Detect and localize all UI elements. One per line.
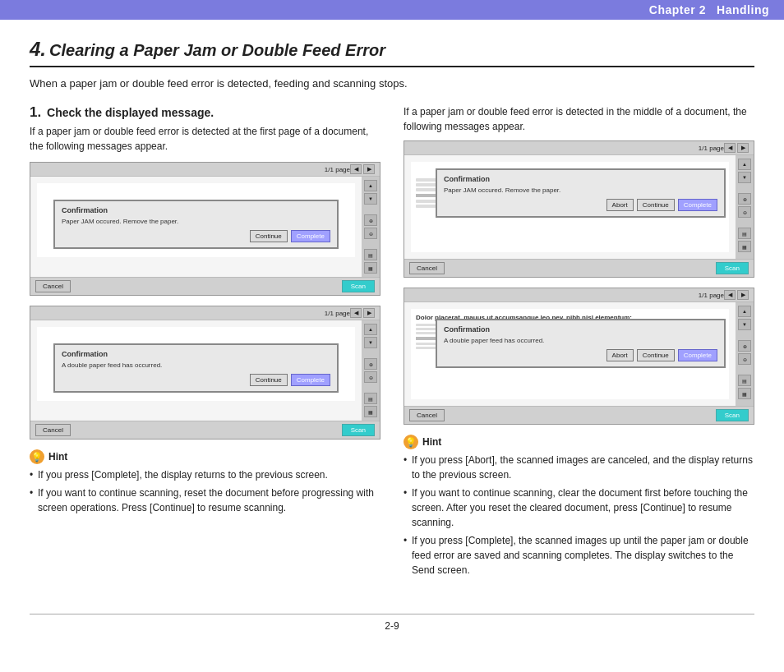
hint-item-left-2: If you want to continue scanning, reset …	[30, 486, 380, 515]
double-dialog: Confirmation A double paper feed has occ…	[53, 343, 339, 393]
panel-btn-r1a[interactable]: ▲	[738, 159, 751, 170]
scan-btn-2[interactable]: Scan	[342, 424, 375, 436]
complete-button-r2[interactable]: Complete	[678, 349, 717, 361]
title-text: Clearing a Paper Jam or Double Feed Erro…	[49, 41, 385, 59]
cancel-btn-2[interactable]: Cancel	[35, 424, 71, 436]
page-content-r1: Lorem Ipsum	[411, 162, 729, 252]
panel-btn-r2a[interactable]: ▲	[738, 306, 751, 317]
hint-list-right: If you press [Abort], the scanned images…	[404, 453, 754, 578]
screen-mockup-right-jam: 1/1 page ◀ ▶ Lorem Ipsum	[404, 140, 754, 278]
continue-button-2[interactable]: Continue	[250, 374, 288, 386]
continue-button-1[interactable]: Continue	[250, 230, 288, 242]
intro-text: When a paper jam or double feed error is…	[30, 77, 754, 90]
next-btn-r1[interactable]: ▶	[737, 143, 749, 153]
page-indicator-r1: 1/1 page	[699, 145, 724, 152]
panel-btn-1f[interactable]: ▦	[364, 262, 377, 274]
panel-btn-r1e[interactable]: ▤	[738, 228, 751, 239]
abort-button-r1[interactable]: Abort	[606, 199, 634, 211]
screen-bottom-2: Cancel Scan	[30, 421, 380, 439]
screen-bottom-1: Cancel Scan	[30, 277, 380, 295]
panel-btn-r1f[interactable]: ▦	[738, 241, 751, 252]
chapter-label: Chapter 2	[649, 3, 706, 16]
panel-btn-r1d[interactable]: ⊖	[738, 206, 751, 218]
panel-btn-2e[interactable]: ▤	[364, 393, 377, 404]
panel-btn-r2b[interactable]: ▼	[738, 319, 751, 330]
continue-button-r1[interactable]: Continue	[637, 199, 675, 211]
cancel-btn-r2[interactable]: Cancel	[409, 409, 445, 421]
cancel-btn-1[interactable]: Cancel	[35, 280, 71, 292]
panel-btn-1b[interactable]: ▼	[364, 193, 377, 205]
hint-label-right: Hint	[422, 436, 441, 448]
panel-btn-1c[interactable]: ⊕	[364, 214, 377, 226]
screen-top-bar-r2: 1/1 page ◀ ▶	[404, 288, 754, 302]
panel-btn-2b[interactable]: ▼	[364, 337, 377, 348]
dialog-title-2: Confirmation	[62, 350, 330, 358]
complete-button-2[interactable]: Complete	[291, 374, 330, 386]
panel-btn-2c[interactable]: ⊕	[364, 358, 377, 370]
panel-btn-r2e[interactable]: ▤	[738, 375, 751, 386]
panel-btn-2a[interactable]: ▲	[364, 324, 377, 335]
screen-top-bar-1: 1/1 page ◀ ▶	[30, 163, 380, 177]
next-btn-2[interactable]: ▶	[363, 308, 375, 318]
prev-btn-r2[interactable]: ◀	[724, 290, 736, 300]
step-title: Check the displayed message.	[47, 106, 214, 119]
jam-dialog-right: Confirmation Paper JAM occured. Remove t…	[436, 168, 726, 218]
hint-item-right-3: If you press [Complete], the scanned ima…	[404, 533, 754, 578]
section-title: 4.Clearing a Paper Jam or Double Feed Er…	[30, 38, 754, 67]
page-footer: 2-9	[30, 614, 754, 632]
complete-button-r1[interactable]: Complete	[678, 199, 717, 211]
dialog-buttons-r1: Abort Continue Complete	[444, 199, 717, 211]
hint-box-right: 💡 Hint If you press [Abort], the scanned…	[404, 435, 754, 578]
panel-btn-r2c[interactable]: ⊕	[738, 340, 751, 352]
page-header: Chapter 2 Handling	[0, 0, 784, 20]
panel-btn-2f[interactable]: ▦	[364, 406, 377, 417]
screen-body-2: Confirmation A double paper feed has occ…	[30, 320, 380, 421]
page-indicator-2: 1/1 page	[325, 310, 350, 317]
screen-body-1: Confirmation Paper JAM occured. Remove t…	[30, 177, 380, 277]
next-btn-r2[interactable]: ▶	[737, 290, 749, 300]
prev-btn-2[interactable]: ◀	[350, 308, 362, 318]
right-panel-1: ▲ ▼ ⊕ ⊖ ▤ ▦	[362, 177, 380, 277]
panel-btn-1a[interactable]: ▲	[364, 180, 377, 191]
panel-btn-1d[interactable]: ⊖	[364, 228, 377, 239]
left-column: 1. Check the displayed message. If a pap…	[30, 104, 380, 581]
right-panel-r2: ▲ ▼ ⊕ ⊖ ▤ ▦	[736, 302, 754, 406]
double-dialog-right: Confirmation A double paper feed has occ…	[436, 319, 726, 368]
nav-buttons-r2: ◀ ▶	[724, 290, 749, 300]
dialog-msg-r1: Paper JAM occured. Remove the paper.	[444, 186, 717, 194]
left-subtext: If a paper jam or double feed error is d…	[30, 124, 380, 154]
right-column: If a paper jam or double feed error is d…	[404, 104, 754, 581]
panel-btn-1e[interactable]: ▤	[364, 249, 377, 260]
hint-box-left: 💡 Hint If you press [Complete], the disp…	[30, 449, 380, 515]
scan-btn-r1[interactable]: Scan	[716, 262, 749, 274]
scan-btn-1[interactable]: Scan	[342, 280, 375, 292]
screen-main-r2: Dolor placerat, mauus ut accumsanque leo…	[404, 302, 736, 406]
abort-button-r2[interactable]: Abort	[606, 349, 634, 361]
title-number: 4.	[30, 38, 46, 60]
screen-main-2: Confirmation A double paper feed has occ…	[30, 320, 362, 421]
step-heading: 1. Check the displayed message.	[30, 104, 380, 121]
page-content-2: Confirmation A double paper feed has occ…	[37, 327, 355, 401]
panel-btn-r2f[interactable]: ▦	[738, 388, 751, 399]
page-indicator-1: 1/1 page	[325, 166, 350, 173]
continue-button-r2[interactable]: Continue	[637, 349, 675, 361]
cancel-btn-r1[interactable]: Cancel	[409, 262, 445, 274]
dialog-title-r2: Confirmation	[444, 325, 717, 334]
complete-button-1[interactable]: Complete	[291, 230, 330, 242]
panel-btn-r2d[interactable]: ⊖	[738, 353, 751, 365]
panel-btn-2d[interactable]: ⊖	[364, 371, 377, 383]
panel-btn-r1b[interactable]: ▼	[738, 172, 751, 183]
hint-icon-right: 💡	[404, 435, 418, 449]
next-btn-1[interactable]: ▶	[363, 164, 375, 174]
screen-main-r1: Lorem Ipsum	[404, 155, 736, 259]
hint-header-right: 💡 Hint	[404, 435, 754, 449]
hint-item-left-1: If you press [Complete], the display ret…	[30, 467, 380, 482]
right-subtext: If a paper jam or double feed error is d…	[404, 104, 754, 134]
prev-btn-r1[interactable]: ◀	[724, 143, 736, 153]
screen-bottom-r1: Cancel Scan	[404, 259, 754, 277]
screen-body-r2: Dolor placerat, mauus ut accumsanque leo…	[404, 302, 754, 406]
screen-main-1: Confirmation Paper JAM occured. Remove t…	[30, 177, 362, 277]
scan-btn-r2[interactable]: Scan	[716, 409, 749, 421]
panel-btn-r1c[interactable]: ⊕	[738, 193, 751, 205]
prev-btn-1[interactable]: ◀	[350, 164, 362, 174]
